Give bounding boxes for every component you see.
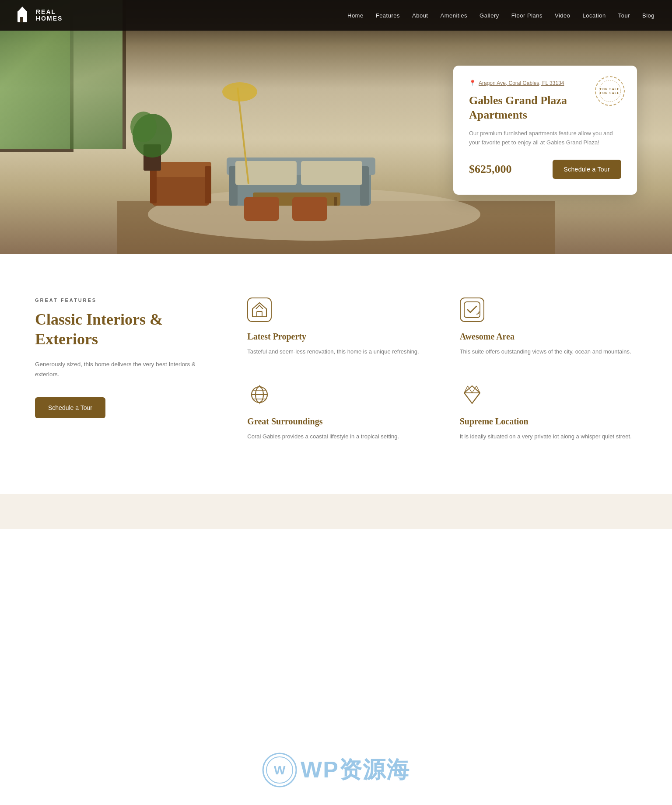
- nav-about[interactable]: About: [412, 12, 428, 19]
- features-description: Generously sized, this home delivers the…: [35, 360, 203, 380]
- feature-title-area: Awesome Area: [460, 332, 637, 342]
- logo[interactable]: REAL HOMES: [18, 7, 63, 24]
- property-description: Our premium furnished apartments feature…: [469, 129, 621, 147]
- features-grid: GREAT FEATURES Classic Interiors & Exter…: [35, 298, 637, 441]
- logo-icon: [18, 7, 32, 24]
- globe-icon: [247, 382, 272, 407]
- svg-rect-2: [20, 17, 23, 22]
- card-footer: $625,000 Schedule a Tour: [469, 160, 621, 179]
- nav-gallery[interactable]: Gallery: [480, 12, 499, 19]
- svg-rect-25: [248, 298, 271, 322]
- check-badge-icon: [460, 298, 484, 322]
- for-sale-text-2: FOR SALE: [600, 91, 620, 94]
- hero-schedule-tour-button[interactable]: Schedule a Tour: [553, 160, 621, 179]
- nav-blog[interactable]: Blog: [642, 12, 654, 19]
- for-sale-badge: FOR SALE FOR SALE: [595, 76, 625, 106]
- nav-links: Home Features About Amenities Gallery Fl…: [347, 11, 654, 19]
- feature-desc-area: This suite offers outstanding views of t…: [460, 347, 637, 356]
- svg-rect-27: [257, 312, 262, 317]
- features-schedule-tour-button[interactable]: Schedule a Tour: [35, 397, 105, 418]
- hero-section: FOR SALE FOR SALE 📍 Aragon Ave, Coral Ga…: [0, 0, 672, 254]
- logo-text: REAL HOMES: [36, 9, 63, 22]
- nav-tour[interactable]: Tour: [618, 12, 630, 19]
- features-left-column: GREAT FEATURES Classic Interiors & Exter…: [35, 298, 212, 418]
- feature-item-latest-property: Latest Property Tasteful and seem-less r…: [247, 298, 424, 356]
- nav-video[interactable]: Video: [555, 12, 570, 19]
- feature-desc-latest: Tasteful and seem-less renovation, this …: [247, 347, 424, 356]
- feature-title-location: Supreme Location: [460, 416, 637, 427]
- nav-amenities[interactable]: Amenities: [440, 12, 467, 19]
- diamond-icon: [460, 382, 484, 407]
- features-section: GREAT FEATURES Classic Interiors & Exter…: [0, 254, 672, 476]
- pin-icon: 📍: [469, 80, 476, 87]
- nav-features[interactable]: Features: [376, 12, 400, 19]
- svg-rect-29: [464, 302, 480, 318]
- nav-floor-plans[interactable]: Floor Plans: [511, 12, 542, 19]
- main-nav: REAL HOMES Home Features About Amenities…: [0, 0, 672, 31]
- property-card: FOR SALE FOR SALE 📍 Aragon Ave, Coral Ga…: [453, 66, 637, 195]
- svg-marker-1: [18, 7, 27, 12]
- nav-home[interactable]: Home: [347, 12, 364, 19]
- for-sale-inner: FOR SALE FOR SALE: [599, 80, 621, 102]
- feature-title-surroundings: Great Surroundings: [247, 416, 424, 427]
- footer-strip: [0, 494, 672, 529]
- address-link[interactable]: Aragon Ave, Coral Gables, FL 33134: [479, 80, 564, 86]
- feature-title-latest: Latest Property: [247, 332, 424, 342]
- house-icon: [247, 298, 272, 322]
- feature-desc-surroundings: Coral Gables provides a coastal lifestyl…: [247, 432, 424, 441]
- features-title: Classic Interiors & Exteriors: [35, 310, 203, 349]
- feature-desc-location: It is ideally situated on a very private…: [460, 432, 637, 441]
- features-label: GREAT FEATURES: [35, 298, 203, 303]
- feature-item-surroundings: Great Surroundings Coral Gables provides…: [247, 382, 424, 441]
- for-sale-text-1: FOR SALE: [600, 88, 620, 91]
- feature-item-location: Supreme Location It is ideally situated …: [460, 382, 637, 441]
- feature-item-awesome-area: Awesome Area This suite offers outstandi…: [460, 298, 637, 356]
- nav-location[interactable]: Location: [583, 12, 606, 19]
- property-price: $625,000: [469, 163, 512, 176]
